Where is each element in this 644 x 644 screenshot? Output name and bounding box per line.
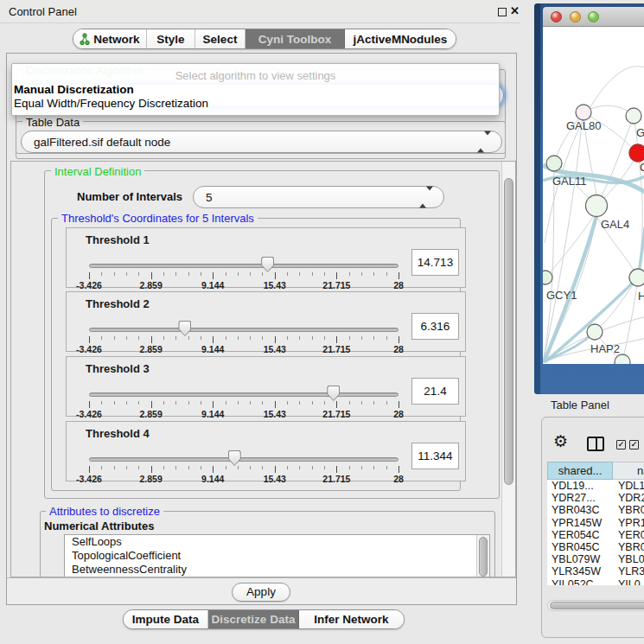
attribute-item-topologicalcoefficient[interactable]: TopologicalCoefficient — [65, 549, 489, 563]
cell-name[interactable]: YLR3 — [613, 565, 644, 577]
cell-shared-name[interactable]: YDR27... — [547, 492, 613, 504]
network-window-titlebar[interactable] — [543, 7, 644, 27]
tab-impute-data[interactable]: Impute Data — [124, 610, 208, 628]
gear-icon[interactable]: ⚙ — [553, 433, 568, 450]
network-view-window[interactable]: GAL80GACGAL11GAL4GCY1HHAP2 — [534, 3, 644, 394]
table-row[interactable]: YER054CYER0 — [547, 529, 644, 541]
threshold-2-slider-thumb[interactable] — [178, 321, 191, 336]
table-row[interactable]: YIL052CYIL0 — [547, 578, 644, 586]
panel-scrollbar[interactable] — [501, 162, 515, 577]
threshold-1-slider[interactable] — [89, 264, 399, 268]
tab-infer-network[interactable]: Infer Network — [299, 610, 404, 628]
threshold-4-slider[interactable] — [89, 457, 399, 462]
float-window-icon[interactable] — [498, 8, 507, 16]
table-row[interactable]: YBR043CYBR0 — [547, 504, 644, 516]
threshold-4-value-field[interactable]: 11.344 — [411, 443, 459, 469]
network-graph[interactable]: GAL80GACGAL11GAL4GCY1HHAP2 — [543, 27, 644, 364]
threshold-3-value-field[interactable]: 21.4 — [411, 378, 459, 405]
threshold-1-value-field[interactable]: 14.713 — [411, 249, 459, 276]
attribute-item-selfloops[interactable]: SelfLoops — [65, 535, 489, 549]
minimize-traffic-light[interactable] — [570, 11, 581, 22]
network-canvas[interactable]: GAL80GACGAL11GAL4GCY1HHAP2 — [543, 27, 644, 364]
network-node-H[interactable] — [629, 269, 644, 286]
threshold-2-slider[interactable] — [89, 328, 399, 332]
slider-tick — [226, 401, 226, 405]
slider-tick — [89, 336, 90, 343]
cell-name[interactable]: YBR0 — [613, 541, 644, 553]
table-row[interactable]: YDL19...YDL1 — [547, 480, 644, 492]
tab-discretize-data[interactable]: Discretize Data — [208, 610, 299, 628]
slider-tick — [138, 401, 139, 405]
network-node-GAL11[interactable] — [546, 156, 562, 171]
checkbox-icon-2[interactable]: ✓ — [629, 440, 639, 450]
cell-name[interactable]: YIL0 — [613, 578, 644, 586]
threshold-1-slider-thumb[interactable] — [261, 257, 274, 272]
network-node-GAL4[interactable] — [586, 195, 608, 217]
column-header-shared-name[interactable]: shared... — [547, 462, 613, 480]
slider-tick — [349, 466, 350, 469]
tab-network[interactable]: Network — [73, 29, 147, 48]
slider-tick — [312, 336, 313, 340]
table-horizontal-scrollbar[interactable] — [547, 600, 644, 611]
dropdown-option-manual[interactable]: Manual Discretization — [14, 83, 134, 96]
slider-tick — [262, 336, 263, 340]
table-row[interactable]: YBR045CYBR0 — [547, 541, 644, 553]
dropdown-hint: Select algorithm to view settings — [12, 69, 499, 82]
cell-shared-name[interactable]: YBL079W — [547, 553, 613, 565]
table-row[interactable]: YDR27...YDR2 — [547, 492, 644, 504]
dropdown-option-equal-width[interactable]: Equal Width/Frequency Discretization — [14, 97, 208, 110]
network-edge[interactable] — [543, 171, 554, 362]
tab-cyni-toolbox[interactable]: Cyni Toolbox — [245, 29, 345, 48]
threshold-2-value-field[interactable]: 6.316 — [411, 313, 459, 340]
close-icon[interactable]: ✕ — [510, 4, 520, 17]
cell-shared-name[interactable]: YDL19... — [547, 480, 613, 492]
cell-name[interactable]: YDL1 — [613, 480, 644, 492]
cell-name[interactable]: YPR1 — [613, 517, 644, 529]
network-edge[interactable] — [596, 116, 634, 206]
cell-name[interactable]: YBL0 — [613, 553, 644, 565]
cell-name[interactable]: YDR2 — [613, 492, 644, 504]
network-node-GCY1[interactable] — [543, 271, 552, 284]
tab-style[interactable]: Style — [147, 29, 195, 48]
network-node[interactable] — [615, 354, 630, 364]
number-of-intervals-combobox[interactable]: 5 — [193, 186, 444, 208]
column-header-name[interactable]: name — [613, 462, 644, 480]
attributes-list-scrollbar[interactable] — [476, 535, 489, 577]
slider-tick — [89, 401, 90, 408]
cell-shared-name[interactable]: YER054C — [547, 529, 613, 541]
cell-shared-name[interactable]: YPR145W — [547, 517, 613, 529]
cell-name[interactable]: YER0 — [613, 529, 644, 541]
table-data-combobox[interactable]: galFiltered.sif default node — [21, 131, 502, 153]
table-row[interactable]: YLR345WYLR3 — [547, 565, 644, 577]
table-row[interactable]: YPR145WYPR1 — [547, 517, 644, 529]
columns-icon[interactable] — [587, 437, 604, 451]
tab-select[interactable]: Select — [195, 29, 245, 48]
tab-jactivemnodules[interactable]: jActiveMNodules — [345, 29, 456, 48]
slider-tick-label: -3.426 — [76, 409, 102, 419]
panel-scrollbar-thumb[interactable] — [504, 178, 513, 485]
table-row[interactable]: YBL079WYBL0 — [547, 553, 644, 565]
network-node-C[interactable] — [629, 144, 644, 162]
zoom-traffic-light[interactable] — [588, 11, 599, 22]
network-node-GAL80[interactable] — [576, 105, 591, 120]
network-node-HAP2[interactable] — [587, 324, 603, 340]
cell-name[interactable]: YBR0 — [613, 504, 644, 516]
table-body[interactable]: YDL19...YDL1YDR27...YDR2YBR043CYBR0YPR14… — [547, 480, 644, 585]
cell-shared-name[interactable]: YLR345W — [547, 565, 613, 577]
slider-tick-label: 9.144 — [201, 474, 224, 484]
threshold-3-slider-thumb[interactable] — [327, 386, 340, 401]
slider-tick — [324, 272, 325, 276]
slider-tick — [275, 466, 276, 473]
close-traffic-light[interactable] — [551, 11, 562, 22]
slider-tick-label: -3.426 — [76, 344, 102, 354]
cell-shared-name[interactable]: YIL052C — [547, 578, 613, 586]
checkbox-icon-1[interactable]: ✓ — [616, 440, 626, 450]
attribute-item-betweennesscentrality[interactable]: BetweennessCentrality — [65, 563, 489, 577]
network-node-GA[interactable] — [626, 108, 641, 124]
threshold-3-slider[interactable] — [89, 392, 399, 397]
cell-shared-name[interactable]: YBR045C — [547, 541, 613, 553]
table-horizontal-scrollbar-thumb[interactable] — [550, 602, 644, 609]
apply-button[interactable]: Apply — [232, 583, 290, 602]
cell-shared-name[interactable]: YBR043C — [547, 504, 613, 516]
threshold-4-slider-thumb[interactable] — [228, 450, 241, 466]
